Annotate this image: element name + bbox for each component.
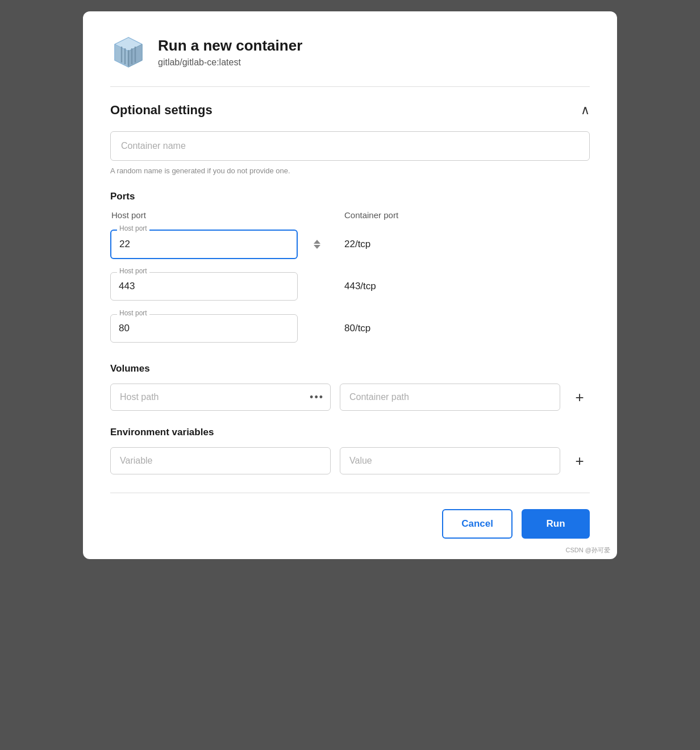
modal-footer: Cancel Run (110, 509, 590, 539)
container-port-value-2: 443/tcp (326, 271, 590, 302)
overlay: Run a new container gitlab/gitlab-ce:lat… (0, 0, 700, 750)
host-port-label-2: Host port (117, 267, 149, 275)
host-port-label-3: Host port (117, 309, 149, 317)
ports-section: Ports Host port Container port Host port… (110, 191, 590, 349)
cancel-button[interactable]: Cancel (442, 509, 512, 539)
value-input[interactable] (340, 447, 560, 474)
container-icon (110, 34, 147, 70)
add-volume-button[interactable]: + (569, 387, 590, 407)
section-header: Optional settings ∧ (110, 103, 590, 118)
host-port-input-3[interactable] (110, 314, 298, 343)
container-name-hint: A random name is generated if you do not… (110, 166, 590, 175)
footer-divider (110, 493, 590, 493)
port-spinner-1[interactable] (314, 240, 320, 249)
modal-dialog: Run a new container gitlab/gitlab-ce:lat… (83, 11, 617, 559)
volumes-label: Volumes (110, 363, 590, 374)
header-divider (110, 86, 590, 87)
modal-subtitle: gitlab/gitlab-ce:latest (158, 57, 302, 68)
host-port-label-1: Host port (117, 224, 149, 232)
host-port-col-header: Host port (110, 210, 326, 220)
container-port-value-1: 22/tcp (326, 229, 590, 260)
host-port-input-1[interactable] (110, 230, 298, 259)
modal-header: Run a new container gitlab/gitlab-ce:lat… (110, 34, 590, 70)
modal-title: Run a new container (158, 37, 302, 55)
env-var-row: + (110, 447, 590, 474)
host-port-input-2[interactable] (110, 272, 298, 301)
browse-button[interactable]: ••• (310, 391, 324, 403)
container-port-value-3: 80/tcp (326, 313, 590, 344)
ports-label: Ports (110, 191, 590, 202)
volumes-section: Volumes ••• + (110, 363, 590, 411)
container-port-col-header: Container port (326, 210, 590, 220)
env-vars-label: Environment variables (110, 427, 590, 438)
run-button[interactable]: Run (522, 509, 590, 539)
watermark: CSDN @孙可爱 (566, 546, 610, 555)
container-path-wrapper (340, 384, 560, 411)
host-path-input[interactable] (110, 384, 331, 411)
volume-row: ••• + (110, 384, 590, 411)
section-title: Optional settings (110, 103, 213, 118)
container-name-input[interactable] (110, 131, 590, 161)
collapse-icon[interactable]: ∧ (581, 103, 590, 118)
env-vars-section: Environment variables + (110, 427, 590, 474)
host-path-wrapper: ••• (110, 384, 331, 411)
variable-input[interactable] (110, 447, 331, 474)
add-env-button[interactable]: + (569, 451, 590, 471)
container-path-input[interactable] (340, 384, 560, 411)
modal-title-block: Run a new container gitlab/gitlab-ce:lat… (158, 37, 302, 67)
